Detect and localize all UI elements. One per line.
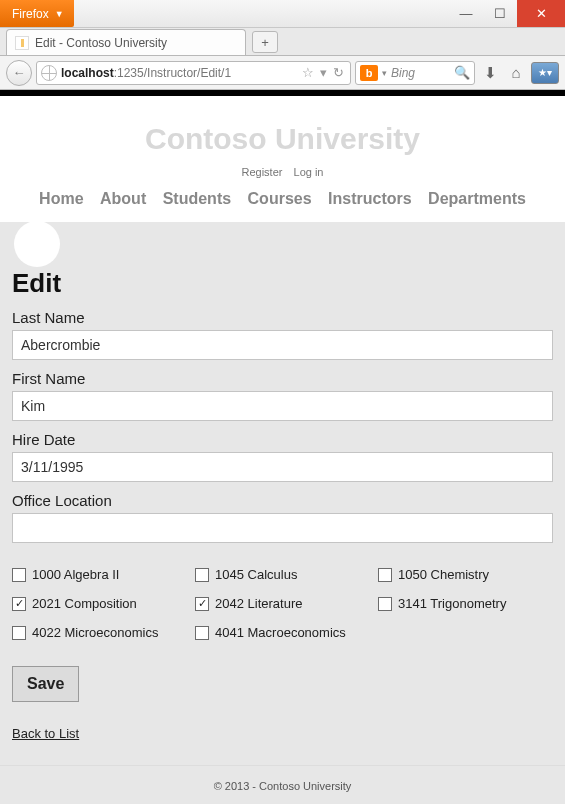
titlebar-spacer [74, 0, 449, 27]
nav-courses[interactable]: Courses [248, 190, 312, 207]
checkbox-icon [195, 626, 209, 640]
input-first-name[interactable] [12, 391, 553, 421]
nav-instructors[interactable]: Instructors [328, 190, 412, 207]
url-host: localhost [61, 66, 114, 80]
course-checkbox-item[interactable]: 4022 Microeconomics [12, 625, 187, 640]
course-checkbox-item[interactable]: ✓2021 Composition [12, 596, 187, 611]
arrow-left-icon: ← [13, 65, 26, 80]
header-circle-decoration [14, 222, 60, 267]
form-content: Edit Last Name First Name Hire Date Offi… [12, 222, 553, 741]
page-favicon-icon [15, 36, 29, 50]
download-icon: ⬇ [484, 64, 497, 81]
label-office-location: Office Location [12, 492, 553, 509]
firefox-menu-label: Firefox [12, 7, 49, 21]
checkbox-icon [12, 568, 26, 582]
course-checkbox-item[interactable]: 1045 Calculus [195, 567, 370, 582]
urlbar-actions: ☆ ▾ ↻ [302, 65, 346, 80]
site-title: Contoso University [0, 122, 565, 156]
checkbox-icon [378, 568, 392, 582]
maximize-icon: ☐ [494, 6, 506, 21]
history-dropdown-icon[interactable]: ▾ [320, 65, 327, 80]
course-label: 4022 Microeconomics [32, 625, 158, 640]
new-tab-button[interactable]: + [252, 31, 278, 53]
address-bar[interactable]: localhost:1235/Instructor/Edit/1 ☆ ▾ ↻ [36, 61, 351, 85]
course-label: 1000 Algebra II [32, 567, 119, 582]
course-checkbox-item[interactable]: 4041 Macroeconomics [195, 625, 370, 640]
search-go-icon[interactable]: 🔍 [454, 65, 470, 80]
register-link[interactable]: Register [241, 166, 282, 178]
maximize-button[interactable]: ☐ [483, 0, 517, 27]
nav-home[interactable]: Home [39, 190, 83, 207]
checkbox-icon [12, 626, 26, 640]
nav-about[interactable]: About [100, 190, 146, 207]
course-label: 1050 Chemistry [398, 567, 489, 582]
course-checkbox-item[interactable]: 1050 Chemistry [378, 567, 553, 582]
checkbox-icon: ✓ [12, 597, 26, 611]
checkbox-icon [378, 597, 392, 611]
back-button[interactable]: ← [6, 60, 32, 86]
home-button[interactable]: ⌂ [505, 64, 527, 81]
save-button[interactable]: Save [12, 666, 79, 702]
page-content: Contoso University Register Log in Home … [0, 96, 565, 804]
input-hire-date[interactable] [12, 452, 553, 482]
label-hire-date: Hire Date [12, 431, 553, 448]
page-heading: Edit [12, 268, 553, 299]
bookmark-star-icon[interactable]: ☆ [302, 65, 314, 80]
bookmarks-menu-button[interactable]: ★▾ [531, 62, 559, 84]
site-header: Contoso University Register Log in Home … [0, 96, 565, 214]
course-label: 2021 Composition [32, 596, 137, 611]
globe-icon [41, 65, 57, 81]
label-first-name: First Name [12, 370, 553, 387]
course-label: 3141 Trigonometry [398, 596, 506, 611]
nav-students[interactable]: Students [163, 190, 231, 207]
input-last-name[interactable] [12, 330, 553, 360]
url-text: localhost:1235/Instructor/Edit/1 [61, 66, 298, 80]
course-label: 4041 Macroeconomics [215, 625, 346, 640]
close-icon: ✕ [536, 6, 547, 21]
search-engine-dropdown-icon[interactable]: ▾ [382, 68, 387, 78]
back-to-list-link[interactable]: Back to List [12, 726, 79, 741]
bookmarks-star-icon: ★▾ [538, 67, 552, 78]
course-checkbox-item[interactable]: 3141 Trigonometry [378, 596, 553, 611]
checkbox-icon [195, 568, 209, 582]
main-nav: Home About Students Courses Instructors … [0, 190, 565, 208]
minimize-button[interactable]: — [449, 0, 483, 27]
window-titlebar: Firefox ▼ — ☐ ✕ [0, 0, 565, 28]
course-label: 1045 Calculus [215, 567, 297, 582]
firefox-menu-button[interactable]: Firefox ▼ [0, 0, 74, 27]
home-icon: ⌂ [511, 64, 520, 81]
tab-title: Edit - Contoso University [35, 36, 167, 50]
close-button[interactable]: ✕ [517, 0, 565, 27]
account-links: Register Log in [0, 166, 565, 178]
browser-tab[interactable]: Edit - Contoso University [6, 29, 246, 55]
label-last-name: Last Name [12, 309, 553, 326]
login-link[interactable]: Log in [294, 166, 324, 178]
search-bar[interactable]: b ▾ Bing 🔍 [355, 61, 475, 85]
course-checkbox-item[interactable]: 1000 Algebra II [12, 567, 187, 582]
checkbox-icon: ✓ [195, 597, 209, 611]
navigation-toolbar: ← localhost:1235/Instructor/Edit/1 ☆ ▾ ↻… [0, 56, 565, 90]
window-controls: — ☐ ✕ [449, 0, 565, 27]
course-checkbox-item[interactable]: ✓2042 Literature [195, 596, 370, 611]
site-footer: © 2013 - Contoso University [0, 765, 565, 804]
search-engine-icon[interactable]: b [360, 65, 378, 81]
url-path: :1235/Instructor/Edit/1 [114, 66, 231, 80]
plus-icon: + [261, 35, 269, 50]
nav-departments[interactable]: Departments [428, 190, 526, 207]
input-office-location[interactable] [12, 513, 553, 543]
search-placeholder: Bing [391, 66, 450, 80]
downloads-button[interactable]: ⬇ [479, 64, 501, 82]
reload-icon[interactable]: ↻ [333, 65, 344, 80]
main-panel: Edit Last Name First Name Hire Date Offi… [0, 222, 565, 804]
courses-checkbox-grid: 1000 Algebra II1045 Calculus1050 Chemist… [12, 567, 553, 640]
minimize-icon: — [460, 6, 473, 21]
tab-strip: Edit - Contoso University + [0, 28, 565, 56]
course-label: 2042 Literature [215, 596, 302, 611]
caret-down-icon: ▼ [55, 9, 64, 19]
